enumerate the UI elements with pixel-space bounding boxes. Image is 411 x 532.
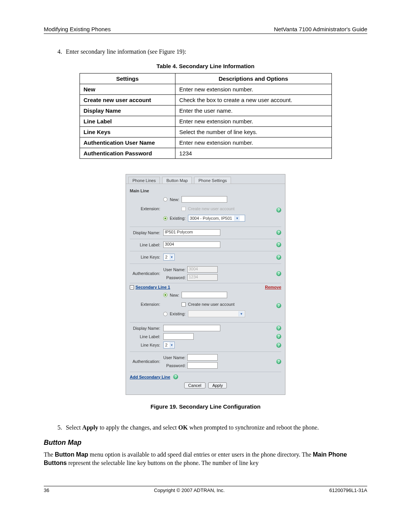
table-row: Line LabelEnter new extension number. (80, 116, 331, 127)
secondary-auth-label: Authentication: (130, 359, 163, 364)
secondary-auth-pass-label: Password: (163, 363, 186, 368)
separator (130, 322, 281, 323)
text: Select (66, 424, 82, 431)
main-auth-user-input[interactable]: 3004 (187, 266, 218, 273)
main-line-label-input[interactable]: 3004 (163, 241, 220, 248)
collapse-toggle[interactable]: − (130, 285, 134, 289)
secondary-line-label-label: Line Label: (130, 334, 163, 339)
main-line-keys-dropdown[interactable]: 2 ▾ (163, 254, 175, 260)
add-secondary-line-link[interactable]: Add Secondary Line (130, 375, 170, 379)
secondary-display-name-input[interactable] (163, 325, 220, 331)
footer-divider (44, 486, 367, 486)
main-auth-user-label: User Name: (163, 267, 186, 272)
cell: New (80, 84, 175, 95)
table4-head-settings: Settings (80, 73, 175, 84)
cell: Enter new extension number. (175, 116, 331, 127)
main-extension-label: Extension: (130, 206, 163, 211)
text: The (44, 451, 55, 458)
help-icon[interactable]: ? (276, 326, 281, 331)
help-icon[interactable]: ? (276, 208, 281, 212)
footer-page-number: 36 (44, 487, 49, 493)
secondary-line-1-link[interactable]: Secondary Line 1 (135, 285, 170, 289)
secondary-display-name-label: Display Name: (130, 326, 163, 331)
help-icon[interactable]: ? (276, 255, 281, 260)
separator (130, 227, 281, 227)
secondary-line-keys-dropdown[interactable]: 2 ▾ (163, 342, 175, 348)
main-new-extension-input[interactable] (182, 196, 227, 203)
secondary-create-user-checkbox[interactable] (182, 302, 186, 307)
secondary-extension-existing-radio[interactable] (163, 312, 167, 316)
header-left: Modifying Existing Phones (44, 26, 111, 32)
separator (130, 372, 281, 372)
chevron-down-icon: ▾ (170, 254, 174, 260)
secondary-line-label-input[interactable] (163, 333, 194, 340)
separator (130, 351, 281, 352)
footer-copyright: Copyright © 2007 ADTRAN, Inc. (154, 487, 225, 493)
figure19-caption: Figure 19. Secondary Line Configuration (44, 403, 367, 410)
help-icon[interactable]: ? (276, 303, 281, 308)
table4-head-desc: Descriptions and Options (175, 73, 331, 84)
dropdown-value (190, 312, 191, 316)
step5-text: Select Apply to apply the changes, and s… (66, 424, 319, 431)
remove-secondary-line-link[interactable]: Remove (265, 285, 281, 289)
main-create-user-checkbox[interactable] (182, 207, 186, 211)
help-icon[interactable]: ? (173, 374, 178, 379)
main-extension-existing-radio[interactable] (163, 216, 167, 220)
cell: Enter new extension number. (175, 84, 331, 95)
separator (130, 264, 281, 264)
dropdown-value: 3004 - Polycom, IP501 (190, 216, 232, 220)
cell: Enter new extension number. (175, 137, 331, 148)
main-auth-label: Authentication: (130, 271, 163, 276)
help-icon[interactable]: ? (276, 359, 281, 364)
main-display-name-input[interactable]: IP501 Polycom (163, 229, 220, 236)
cell: Authentication Password (80, 148, 175, 159)
text: represent the selectable line key button… (67, 460, 258, 466)
help-icon[interactable]: ? (276, 271, 281, 276)
separator (130, 251, 281, 251)
header-divider (44, 34, 367, 34)
main-existing-extension-dropdown[interactable]: 3004 - Polycom, IP501 ▾ (188, 215, 245, 222)
secondary-create-user-label: Create new user account (188, 302, 234, 307)
secondary-new-extension-input[interactable] (182, 292, 227, 298)
secondary-extension-label: Extension: (130, 302, 163, 307)
help-icon[interactable]: ? (276, 230, 281, 235)
tab-phone-settings[interactable]: Phone Settings (194, 177, 231, 184)
step4-number: 4. (55, 48, 62, 55)
header-right: NetVanta 7100 Administrator's Guide (274, 26, 367, 32)
text: when prompted to synchronize and reboot … (188, 424, 319, 431)
dropdown-value: 2 (165, 255, 167, 259)
table4-caption: Table 4. Secondary Line Information (44, 63, 367, 69)
table-row: Authentication User NameEnter new extens… (80, 137, 331, 148)
cancel-button[interactable]: Cancel (184, 382, 206, 388)
cell: Select the number of line keys. (175, 127, 331, 137)
table-row: Create new user accountCheck the box to … (80, 95, 331, 105)
secondary-extension-new-radio[interactable] (163, 293, 167, 297)
table-row: NewEnter new extension number. (80, 84, 331, 95)
cell: Line Keys (80, 127, 175, 137)
main-auth-pass-input[interactable]: 1234 (187, 274, 218, 281)
tab-button-map[interactable]: Button Map (162, 177, 192, 184)
cell: Line Label (80, 116, 175, 127)
cell: 1234 (175, 148, 331, 159)
cell: Check the box to create a new user accou… (175, 95, 331, 105)
tab-phone-lines[interactable]: Phone Lines (128, 177, 160, 184)
cell: Display Name (80, 105, 175, 116)
help-icon[interactable]: ? (276, 242, 281, 247)
help-icon[interactable]: ? (276, 343, 281, 348)
chevron-down-icon: ▾ (170, 342, 174, 348)
secondary-existing-extension-dropdown[interactable]: ▾ (188, 310, 245, 317)
text: to apply the changes, and select (98, 424, 178, 431)
secondary-existing-label: Existing: (170, 312, 186, 316)
apply-button[interactable]: Apply (208, 382, 227, 388)
button-map-heading: Button Map (44, 439, 367, 447)
help-icon[interactable]: ? (276, 334, 281, 339)
cell: Enter the user name. (175, 105, 331, 116)
secondary-auth-user-input[interactable] (187, 354, 218, 361)
main-create-user-label: Create new user account (188, 206, 234, 211)
dropdown-value: 2 (165, 343, 167, 347)
secondary-auth-pass-input[interactable] (187, 362, 218, 369)
table-row: Display NameEnter the user name. (80, 105, 331, 116)
main-extension-new-radio[interactable] (163, 197, 167, 201)
bold-ok: OK (178, 424, 188, 431)
main-display-name-label: Display Name: (130, 230, 163, 235)
